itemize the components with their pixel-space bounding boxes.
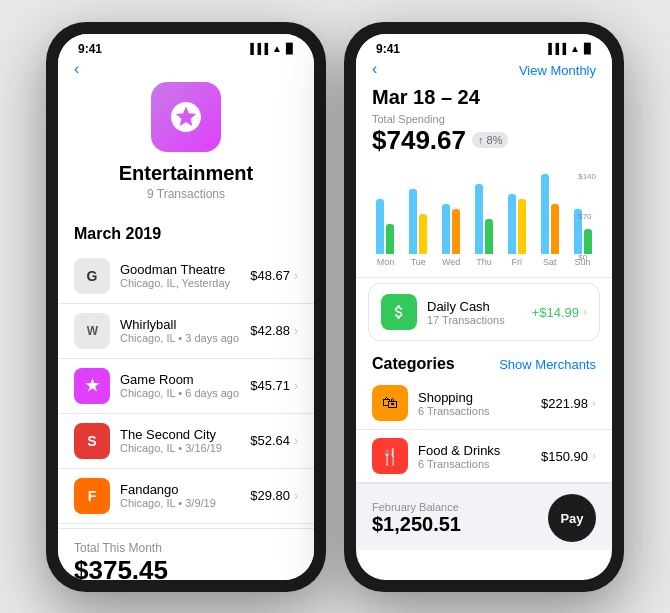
chart-y-top: $140 — [578, 172, 596, 181]
chart-label-thu: Thu — [476, 257, 492, 267]
merchant-icon-whirlyball: W — [74, 313, 110, 349]
chart-col-mon: Mon — [372, 199, 399, 267]
ent-subtitle: 9 Transactions — [74, 187, 298, 201]
daily-cash-title: Daily Cash — [427, 299, 532, 314]
merchant-detail-goodman: Chicago, IL, Yesterday — [120, 277, 250, 289]
merchant-icon-fandango: F — [74, 478, 110, 514]
chart-col-sat: Sat — [536, 174, 563, 267]
chart-y-bot: $0 — [578, 253, 596, 262]
view-monthly-btn[interactable]: View Monthly — [519, 63, 596, 78]
phone2-header: ‹ View Monthly Mar 18 – 24 Total Spendin… — [356, 60, 612, 164]
chart-label-sat: Sat — [543, 257, 557, 267]
chart-col-fri: Fri — [503, 194, 530, 267]
category-shopping[interactable]: 🛍 Shopping 6 Transactions $221.98 › — [356, 377, 612, 430]
status-icons-1: ▐▐▐ ▲ ▉ — [247, 43, 294, 54]
transaction-right-fandango: $29.80 › — [250, 488, 298, 503]
header-top-row: ‹ View Monthly — [372, 60, 596, 82]
merchant-detail-gameroom: Chicago, IL • 6 days ago — [120, 387, 250, 399]
total-section: Total This Month $375.45 — [58, 528, 314, 580]
chevron-goodman: › — [294, 269, 298, 283]
cat-sub-shopping: 6 Transactions — [418, 405, 541, 417]
transaction-right-goodman: $48.67 › — [250, 268, 298, 283]
merchant-info-gameroom: Game Room Chicago, IL • 6 days ago — [120, 372, 250, 399]
signal-icon: ▐▐▐ — [247, 43, 268, 54]
merchant-info-fandango: Fandango Chicago, IL • 3/9/19 — [120, 482, 250, 509]
chevron-whirlyball: › — [294, 324, 298, 338]
spending-amount: $749.67 — [372, 125, 466, 156]
merchant-detail-fandango: Chicago, IL • 3/9/19 — [120, 497, 250, 509]
chevron-secondcity: › — [294, 434, 298, 448]
spending-label: Total Spending — [372, 113, 596, 125]
transaction-item-goodman[interactable]: G Goodman Theatre Chicago, IL, Yesterday… — [58, 249, 314, 304]
total-label: Total This Month — [74, 541, 298, 555]
transaction-right-secondcity: $52.64 › — [250, 433, 298, 448]
daily-cash-card[interactable]: Daily Cash 17 Transactions +$14.99 › — [368, 283, 600, 341]
merchant-detail-secondcity: Chicago, IL • 3/16/19 — [120, 442, 250, 454]
phone1-screen: 9:41 ▐▐▐ ▲ ▉ ‹ Entertainment 9 Transacti… — [58, 34, 314, 580]
phone-2: 9:41 ▐▐▐ ▲ ▉ ‹ View Monthly Mar 18 – 24 … — [344, 22, 624, 592]
chevron-shopping: › — [592, 396, 596, 410]
transaction-item-whirlyball[interactable]: W Whirlyball Chicago, IL • 3 days ago $4… — [58, 304, 314, 359]
pay-button[interactable]: Pay — [548, 494, 596, 542]
phone1-header: ‹ Entertainment 9 Transactions — [58, 60, 314, 213]
chevron-gameroom: › — [294, 379, 298, 393]
chart-col-wed: Wed — [438, 204, 465, 267]
categories-header: Categories Show Merchants — [356, 347, 612, 377]
bar-chart: Mon Tue Wed — [356, 164, 612, 271]
daily-cash-amount: +$14.99 — [532, 305, 579, 320]
transaction-item-gameroom[interactable]: ★ Game Room Chicago, IL • 6 days ago $45… — [58, 359, 314, 414]
merchant-name-goodman: Goodman Theatre — [120, 262, 250, 277]
status-time-2: 9:41 — [376, 42, 400, 56]
chart-label-tue: Tue — [411, 257, 426, 267]
transaction-right-gameroom: $45.71 › — [250, 378, 298, 393]
daily-cash-info: Daily Cash 17 Transactions — [427, 299, 532, 326]
transaction-amount-gameroom: $45.71 — [250, 378, 290, 393]
entertainment-icon — [151, 82, 221, 152]
chevron-fandango: › — [294, 489, 298, 503]
wifi-icon: ▲ — [272, 43, 282, 54]
category-food[interactable]: 🍴 Food & Drinks 6 Transactions $150.90 › — [356, 430, 612, 483]
date-range: Mar 18 – 24 — [372, 86, 596, 109]
footer-balance: February Balance $1,250.51 — [372, 501, 461, 536]
chart-right-labels: $140 $70 $0 — [578, 172, 596, 262]
cat-amount-food: $150.90 — [541, 449, 588, 464]
footer-amount: $1,250.51 — [372, 513, 461, 536]
cat-name-shopping: Shopping — [418, 390, 541, 405]
daily-cash-icon — [381, 294, 417, 330]
transaction-amount-whirlyball: $42.88 — [250, 323, 290, 338]
transaction-amount-goodman: $48.67 — [250, 268, 290, 283]
total-amount: $375.45 — [74, 555, 298, 580]
wifi-icon-2: ▲ — [570, 43, 580, 54]
show-merchants-btn[interactable]: Show Merchants — [499, 357, 596, 372]
phone2-footer: February Balance $1,250.51 Pay — [356, 483, 612, 550]
transaction-amount-fandango: $29.80 — [250, 488, 290, 503]
transaction-item-fandango[interactable]: F Fandango Chicago, IL • 3/9/19 $29.80 › — [58, 469, 314, 524]
merchant-name-secondcity: The Second City — [120, 427, 250, 442]
transaction-list: G Goodman Theatre Chicago, IL, Yesterday… — [58, 249, 314, 524]
transaction-amount-secondcity: $52.64 — [250, 433, 290, 448]
cat-name-food: Food & Drinks — [418, 443, 541, 458]
back-button-2[interactable]: ‹ — [372, 60, 377, 78]
chart-col-thu: Thu — [471, 184, 498, 267]
back-button-1[interactable]: ‹ — [74, 60, 298, 78]
section-header-1: March 2019 — [58, 213, 314, 249]
chart-label-fri: Fri — [512, 257, 523, 267]
status-time-1: 9:41 — [78, 42, 102, 56]
chart-col-tue: Tue — [405, 189, 432, 267]
spending-amount-row: $749.67 ↑ 8% — [372, 125, 596, 156]
categories-title: Categories — [372, 355, 455, 373]
battery-icon-2: ▉ — [584, 43, 592, 54]
cat-sub-food: 6 Transactions — [418, 458, 541, 470]
chevron-daily-cash: › — [583, 305, 587, 319]
signal-icon-2: ▐▐▐ — [545, 43, 566, 54]
status-bar-1: 9:41 ▐▐▐ ▲ ▉ — [58, 34, 314, 60]
merchant-icon-secondcity: S — [74, 423, 110, 459]
merchant-info-secondcity: The Second City Chicago, IL • 3/16/19 — [120, 427, 250, 454]
transaction-item-secondcity[interactable]: S The Second City Chicago, IL • 3/16/19 … — [58, 414, 314, 469]
chart-area: Mon Tue Wed — [372, 177, 596, 267]
cat-icon-shopping: 🛍 — [372, 385, 408, 421]
merchant-info-whirlyball: Whirlyball Chicago, IL • 3 days ago — [120, 317, 250, 344]
chevron-food: › — [592, 449, 596, 463]
merchant-detail-whirlyball: Chicago, IL • 3 days ago — [120, 332, 250, 344]
status-bar-2: 9:41 ▐▐▐ ▲ ▉ — [356, 34, 612, 60]
